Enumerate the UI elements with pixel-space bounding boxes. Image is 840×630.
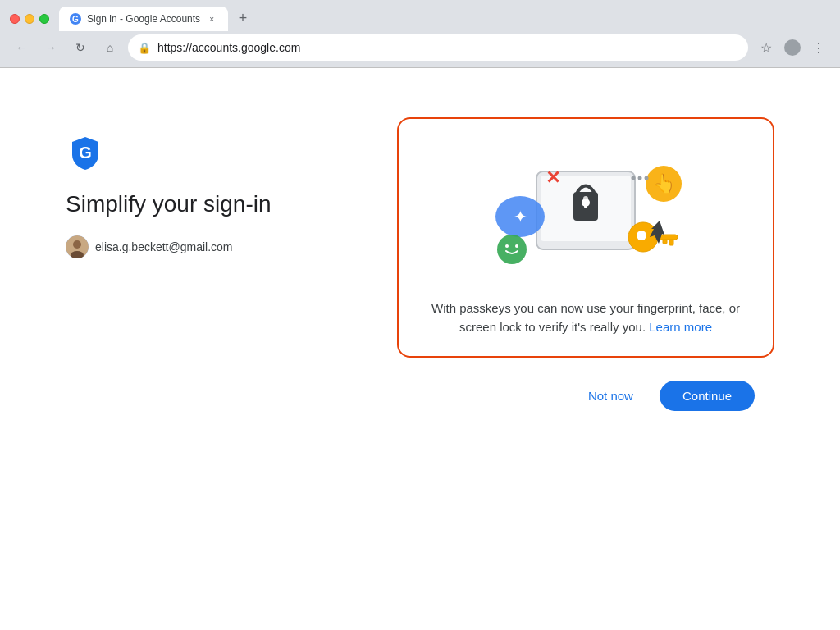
svg-point-11: [583, 196, 588, 201]
google-shield-logo: G: [66, 134, 105, 173]
svg-text:✦: ✦: [514, 208, 527, 226]
svg-point-27: [638, 176, 642, 180]
address-bar-actions: ☆ ⋮: [755, 36, 830, 59]
active-tab[interactable]: G Sign in - Google Accounts ×: [59, 7, 228, 31]
new-tab-button[interactable]: +: [231, 7, 254, 30]
profile-button[interactable]: [781, 36, 804, 59]
user-account: elisa.g.beckett@gmail.com: [66, 235, 233, 258]
svg-rect-15: [663, 240, 667, 244]
forward-button[interactable]: →: [39, 36, 62, 59]
lock-icon: 🔒: [138, 42, 151, 54]
svg-point-26: [632, 176, 636, 180]
menu-icon: ⋮: [812, 40, 825, 56]
forward-icon: →: [45, 41, 57, 54]
svg-text:✕: ✕: [546, 167, 560, 188]
traffic-lights: [10, 14, 49, 24]
address-bar-row: ← → ↻ ⌂ 🔒 https://accounts.google.com ☆ …: [0, 31, 840, 67]
svg-point-22: [505, 244, 509, 248]
svg-point-4: [73, 240, 81, 249]
svg-rect-14: [669, 240, 673, 245]
reload-button[interactable]: ↻: [69, 36, 92, 59]
bookmark-icon: ☆: [760, 40, 772, 56]
avatar-image: [66, 235, 89, 258]
url-display: https://accounts.google.com: [158, 41, 738, 54]
tab-bar: G Sign in - Google Accounts × +: [59, 7, 254, 31]
menu-button[interactable]: ⋮: [807, 36, 830, 59]
card-illustration: 👆 ✦ ✕: [418, 139, 753, 286]
tab-title: Sign in - Google Accounts: [87, 13, 200, 25]
address-bar[interactable]: 🔒 https://accounts.google.com: [128, 34, 748, 61]
right-panel: 👆 ✦ ✕: [337, 117, 774, 411]
title-bar: G Sign in - Google Accounts × +: [0, 0, 840, 31]
not-now-button[interactable]: Not now: [575, 382, 646, 409]
svg-rect-10: [584, 203, 587, 208]
avatar: [66, 235, 89, 258]
email-display: elisa.g.beckett@gmail.com: [95, 240, 233, 253]
continue-button[interactable]: Continue: [660, 381, 755, 411]
tab-close-button[interactable]: ×: [205, 12, 218, 25]
maximize-window-button[interactable]: [39, 14, 49, 24]
browser-chrome: G Sign in - Google Accounts × + ← → ↻ ⌂ …: [0, 0, 840, 68]
left-panel: G Simplify your sign-in elisa.g.beckett@…: [66, 117, 272, 258]
svg-text:G: G: [79, 144, 92, 162]
back-icon: ←: [16, 41, 27, 54]
action-buttons: Not now Continue: [575, 381, 755, 411]
svg-point-23: [515, 244, 518, 248]
card-description: With passkeys you can now use your finge…: [418, 299, 753, 336]
close-window-button[interactable]: [10, 14, 20, 24]
home-button[interactable]: ⌂: [98, 36, 121, 59]
svg-point-16: [637, 231, 646, 240]
svg-point-28: [645, 176, 649, 180]
bookmark-button[interactable]: ☆: [755, 36, 778, 59]
page-content: G Simplify your sign-in elisa.g.beckett@…: [0, 68, 840, 630]
svg-text:👆: 👆: [653, 172, 676, 194]
page-heading: Simplify your sign-in: [66, 189, 272, 219]
passkey-illustration: 👆 ✦ ✕: [454, 147, 717, 278]
svg-point-21: [497, 235, 527, 264]
learn-more-link[interactable]: Learn more: [649, 320, 712, 334]
tab-favicon-icon: G: [69, 12, 82, 25]
passkey-card: 👆 ✦ ✕: [397, 117, 774, 358]
reload-icon: ↻: [75, 41, 85, 54]
back-button[interactable]: ←: [10, 36, 33, 59]
minimize-window-button[interactable]: [25, 14, 34, 24]
home-icon: ⌂: [107, 41, 113, 54]
profile-icon: [784, 39, 801, 56]
svg-text:G: G: [72, 15, 79, 24]
